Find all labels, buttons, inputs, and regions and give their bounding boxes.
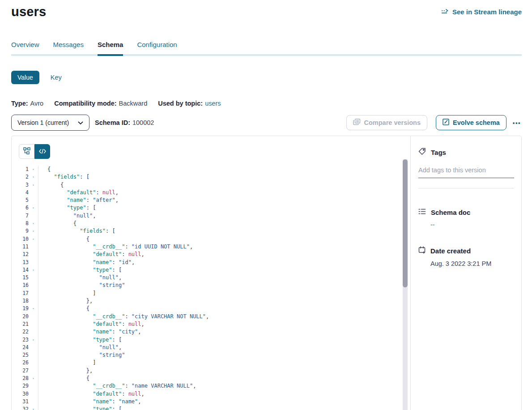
date-created-title: Date created	[430, 247, 471, 255]
code-text: "default": null,	[38, 251, 145, 258]
fold-toggle-icon[interactable]: ▾	[29, 305, 38, 312]
schema-doc-title: Schema doc	[431, 209, 470, 216]
fold-toggle-icon[interactable]: ▾	[29, 204, 38, 212]
code-line: 15 "null",	[12, 274, 410, 282]
schema-editor-panel: 1▾{2▾ "fields": [3▾ {4 "default": null,5…	[12, 136, 410, 410]
code-line: 4 "default": null,	[12, 189, 410, 196]
code-line: 23▾ "type": [	[12, 336, 410, 344]
fold-toggle-icon	[29, 290, 38, 297]
line-number: 1	[12, 166, 29, 173]
more-options-button[interactable]: •••	[510, 117, 522, 129]
schema-doc-value: --	[430, 221, 514, 228]
line-number: 22	[12, 328, 29, 336]
code-text: "fields": [	[38, 227, 115, 235]
code-view-button[interactable]	[34, 144, 50, 159]
line-number: 16	[12, 282, 29, 289]
code-text: "__crdb__": "city VARCHAR NOT NULL",	[38, 313, 209, 320]
line-number: 21	[12, 320, 29, 328]
compare-versions-button[interactable]: Compare versions	[346, 115, 428, 130]
code-line: 10▾ {	[12, 235, 410, 243]
fold-toggle-icon[interactable]: ▾	[29, 336, 38, 344]
date-created-heading: Date created	[418, 246, 514, 255]
tab-configuration[interactable]: Configuration	[137, 41, 177, 56]
type-label: Type:	[11, 100, 28, 107]
page-header: users See in Stream lineage	[11, 4, 522, 20]
code-line: 13 "name": "id",	[12, 259, 410, 266]
tab-overview[interactable]: Overview	[11, 41, 39, 56]
fold-toggle-icon[interactable]: ▾	[29, 166, 38, 173]
fold-toggle-icon[interactable]: ▾	[29, 181, 38, 189]
fold-toggle-icon	[29, 189, 38, 196]
code-text: "string"	[38, 282, 125, 289]
fold-toggle-icon[interactable]: ▾	[29, 173, 38, 181]
line-number: 2	[12, 173, 29, 181]
see-in-stream-lineage-link[interactable]: See in Stream lineage	[441, 8, 522, 16]
code-line: 14▾ "type": [	[12, 266, 410, 274]
code-line: 27 },	[12, 367, 410, 375]
code-text: "__crdb__": "id UUID NOT NULL",	[38, 243, 193, 251]
add-tags-input[interactable]	[418, 167, 514, 178]
edit-icon	[443, 119, 449, 127]
fold-toggle-icon[interactable]: ▾	[29, 227, 38, 235]
tag-icon	[418, 148, 426, 157]
code-line: 21 "default": null,	[12, 320, 410, 328]
code-text: {	[38, 220, 77, 227]
line-number: 12	[12, 251, 29, 258]
line-number: 9	[12, 227, 29, 235]
fold-toggle-icon	[29, 351, 38, 359]
editor-scrollbar[interactable]	[403, 159, 408, 410]
tab-messages[interactable]: Messages	[53, 41, 84, 56]
lineage-link-label: See in Stream lineage	[452, 8, 522, 16]
code-line: 25 "string"	[12, 351, 410, 359]
code-text: {	[38, 166, 51, 173]
code-line: 7 "null",	[12, 212, 410, 220]
code-text: {	[38, 305, 89, 312]
version-select[interactable]: Version 1 (current)	[11, 115, 89, 131]
line-number: 3	[12, 181, 29, 189]
code-line: 18 },	[12, 297, 410, 305]
schema-sidebar: Tags Schema doc --	[410, 136, 521, 410]
value-key-toggle: Value Key	[11, 71, 522, 84]
fold-toggle-icon	[29, 359, 38, 367]
fold-toggle-icon[interactable]: ▾	[29, 406, 38, 410]
schema-code-editor[interactable]: 1▾{2▾ "fields": [3▾ {4 "default": null,5…	[12, 166, 410, 410]
value-toggle-button[interactable]: Value	[11, 71, 39, 84]
code-text: "__crdb__": "name VARCHAR NULL",	[38, 382, 196, 390]
version-bar: Version 1 (current) Schema ID: 100002 Co…	[11, 115, 522, 131]
tree-view-button[interactable]	[19, 144, 34, 159]
line-number: 7	[12, 212, 29, 220]
code-text: "fields": [	[38, 173, 89, 181]
date-created-value: Aug. 3 2022 3:21 PM	[430, 260, 514, 267]
editor-scrollbar-thumb[interactable]	[403, 159, 408, 287]
code-text: "null",	[38, 344, 122, 351]
schema-doc-section: Schema doc --	[418, 208, 514, 228]
code-text: "type": [	[38, 266, 122, 274]
evolve-schema-button[interactable]: Evolve schema	[436, 115, 506, 130]
fold-toggle-icon	[29, 328, 38, 336]
code-line: 8▾ {	[12, 220, 410, 227]
page-title: users	[11, 4, 46, 19]
line-number: 31	[12, 398, 29, 406]
fold-toggle-icon[interactable]: ▾	[29, 235, 38, 243]
line-number: 13	[12, 259, 29, 266]
fold-toggle-icon[interactable]: ▾	[29, 266, 38, 274]
line-number: 8	[12, 220, 29, 227]
schema-doc-heading: Schema doc	[418, 208, 514, 216]
fold-toggle-icon	[29, 382, 38, 390]
tab-schema[interactable]: Schema	[98, 41, 123, 56]
fold-toggle-icon[interactable]: ▾	[29, 220, 38, 227]
fold-toggle-icon[interactable]: ▾	[29, 375, 38, 382]
compatibility-mode: Compatibility mode: Backward	[54, 100, 147, 107]
fold-toggle-icon	[29, 259, 38, 266]
line-number: 10	[12, 235, 29, 243]
key-toggle-button[interactable]: Key	[51, 74, 62, 81]
topic-link[interactable]: users	[205, 100, 221, 107]
code-text: "type": [	[38, 406, 122, 410]
code-text: {	[38, 181, 64, 189]
code-text: "type": [	[38, 204, 96, 212]
fold-toggle-icon	[29, 320, 38, 328]
line-number: 27	[12, 367, 29, 375]
sidebar-divider	[418, 188, 514, 188]
line-number: 30	[12, 390, 29, 398]
line-number: 19	[12, 305, 29, 312]
